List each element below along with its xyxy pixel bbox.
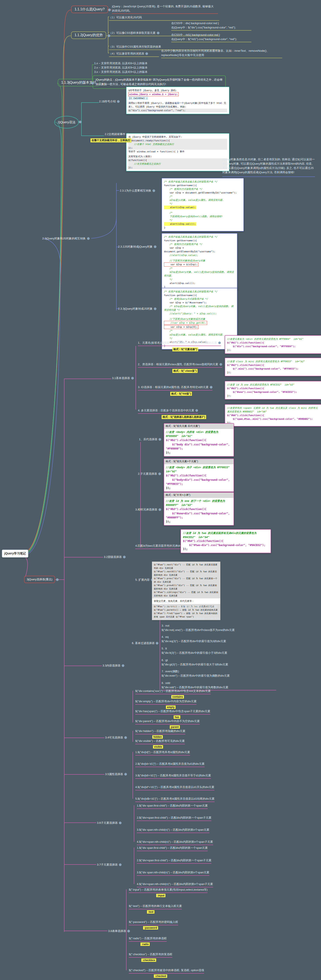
branch-child-selector[interactable]: 2.子元素选择器− xyxy=(138,472,161,476)
filter-item-eq[interactable]: 4. :eq$("div:eq(3)") – 匹配所有div中的索引值为3的di… xyxy=(162,635,226,643)
collapse-icon[interactable]: − xyxy=(122,664,124,667)
attr-selector-item[interactable]: 2.$("div[id='d1']") – 匹配具有id属性并且值为d1的div… xyxy=(135,762,205,767)
branch-descendant-selector[interactable]: 1、后代选择器− xyxy=(139,438,161,441)
topic-what-is-jquery[interactable]: 1.1.1什么是jQuery? xyxy=(71,6,108,13)
branch-extension-content[interactable]: 5. 扩展内容− xyxy=(135,578,153,582)
branch-form-selectors[interactable]: 3.8表单选择器− xyxy=(108,929,130,933)
form-selector-password[interactable]: $(":password") – 匹配所有的密码输入框 xyxy=(129,920,178,925)
selector-item-class[interactable]: 2、类选择器：根据元素的class属性, 匹配所有class值相同的元素− xyxy=(138,363,222,368)
child-selector-item[interactable]: 1.$("div span:first-child") – 匹配div内部的第一… xyxy=(137,846,208,851)
filter-item-lt[interactable]: 5. :lt$("div:lt(3)") – 匹配所有div中的索引值小于3的d… xyxy=(162,646,227,655)
collapse-icon[interactable]: − xyxy=(219,363,222,366)
filter-item-last[interactable]: 2. :last$("div:last") – 匹配所有div中的最后一个div… xyxy=(162,612,219,620)
selector-item-element[interactable]: 1、元素名(标签名)选择器：根据元素的名称匹配所有合适的元素− xyxy=(138,341,221,346)
collapse-icon[interactable]: − xyxy=(108,9,111,11)
collapse-icon[interactable]: − xyxy=(159,508,161,511)
selector-item-multi[interactable]: 4. 多元素选择器：匹配多个选择器选中的元素− xyxy=(138,409,198,414)
collapse-icon[interactable]: − xyxy=(195,409,198,412)
child-selector-item[interactable]: 1.$("div span:first-child") – 匹配div内部的第一… xyxy=(137,804,208,809)
branch-label: 1、后代选择器 xyxy=(139,438,157,441)
note-line: replaceNode()等在火狐中无法使用 xyxy=(161,53,286,57)
collapse-icon[interactable]: − xyxy=(56,578,59,581)
child-selector-item[interactable]: 2.$("div>span:first-child") – 匹配div内部的第一… xyxy=(137,816,211,821)
advantage-item-4[interactable]: （4）可以兼容常用的浏览器− xyxy=(109,52,159,57)
collapse-icon[interactable]: − xyxy=(123,556,126,558)
root-node[interactable]: jQuery学习笔记 xyxy=(2,549,29,558)
code-line: var oInp = document.getElementById("user… xyxy=(164,246,235,253)
form-selector-checked[interactable]: $(":checked") – 匹配所有被选中的单选框, 复选框, option… xyxy=(129,968,204,974)
collapse-icon[interactable]: − xyxy=(127,930,130,932)
selector-item-id[interactable]: 3. ID选择器：根据元素的id属性值, 匹配具有特定id的元素− xyxy=(138,385,213,390)
child-selector-item[interactable]: 3.$("div span:nth-child(n)") – 匹配div内部的第… xyxy=(137,828,210,833)
table-row: $("#two").prevAll("div") -- 匹配 id 为 two … xyxy=(154,584,218,591)
branch-jquery-to-js[interactable]: 2.3.3jQuery对象转成JS对象− xyxy=(118,307,156,311)
collapse-icon[interactable]: − xyxy=(131,377,134,379)
collapse-icon[interactable]: − xyxy=(119,822,121,824)
filter-item-odd[interactable]: 8. :odd$("div:odd") – 匹配所有div中的索引值为奇数的di… xyxy=(162,681,228,689)
filter-item-not[interactable]: 3. :not$("div:not(.one)") – 匹配所有div中clas… xyxy=(162,624,235,632)
form-selector-text[interactable]: $(":text") – 匹配所有的单行文本输入框元素 xyxy=(129,904,182,909)
code-line: $("#one+div").css("background-color", "#… xyxy=(166,512,232,520)
code-line: //alert("jQuery: " + $Inp.val()); xyxy=(164,312,235,315)
collapse-icon[interactable]: − xyxy=(87,237,90,240)
form-selector-input[interactable]: $(":input") – 匹配所有的表单项元素(包括input,select,… xyxy=(129,888,207,893)
branch-hierarchy-selectors[interactable]: 3.2层级选择器− xyxy=(104,555,126,559)
branch-visibility-selectors[interactable]: 3.4可见选择器− xyxy=(105,736,127,740)
filter-item-first[interactable]: 1.:first$("div:first") – 匹配所有div中的第一个div… xyxy=(162,600,217,609)
collapse-icon[interactable]: − xyxy=(210,386,213,388)
branch-js-to-jquery[interactable]: 2.3.2JS对象转成jQuery对象− xyxy=(118,245,156,249)
collapse-icon[interactable]: − xyxy=(117,100,119,103)
collapse-icon[interactable]: − xyxy=(158,473,161,475)
branch-document-ready[interactable]: 2.2文档就绪事件− xyxy=(105,132,129,136)
branch-attribute-selectors[interactable]: 3.5属性选择器− xyxy=(105,772,127,776)
child-selector-item[interactable]: 4.$("div>span:nth-child(n)") – 匹配div内部的第… xyxy=(137,840,213,845)
branch-content-selectors[interactable]: 3.3内容选择器− xyxy=(103,664,124,668)
form-selector-checkbox[interactable]: $(":checkbox") – 匹配所有的复选框 xyxy=(129,953,172,958)
selector-item-contains[interactable]: $("div:contains('xxx')") – 匹配所有div中包含xxx… xyxy=(135,689,211,694)
attr-selector-item[interactable]: 4.$("div[id^='d1']") – 匹配具有id属性并且值是以d1开头… xyxy=(135,785,215,791)
branch-child-element-selectors-1[interactable]: 3.6子元素选择器− xyxy=(97,821,121,825)
collapse-icon[interactable]: − xyxy=(157,32,159,34)
branch-dollar-symbol[interactable]: 2.1$符号介绍− xyxy=(99,100,119,103)
topic-jquery-advantages[interactable]: 1.1.2jQuery的优势 xyxy=(71,32,106,39)
code-screenshot-why-convert: /* 在用户名输入框失去输入焦点时获取用户名 */ function getUs… xyxy=(162,178,244,231)
branch-adjacent-sibling-selector[interactable]: 3.相邻兄弟选择器− xyxy=(135,508,161,512)
collapse-icon[interactable]: − xyxy=(79,121,81,123)
collapse-icon[interactable]: − xyxy=(124,773,127,775)
collapse-icon[interactable]: − xyxy=(91,82,94,84)
collapse-icon[interactable]: − xyxy=(154,245,156,248)
child-selector-item[interactable]: 4.$("div>span:nth-child(n)") – 匹配div内部的第… xyxy=(137,882,213,887)
collapse-icon[interactable]: − xyxy=(145,52,148,55)
topic-jquery-selectors[interactable]: 3jQuery选择器(重点) xyxy=(24,576,55,583)
child-selector-item[interactable]: 3.$("div span:nth-child(n)") – 匹配div内部的第… xyxy=(137,870,210,876)
collapse-icon[interactable]: − xyxy=(108,35,110,37)
filter-item-even[interactable]: 7. :even(偶数)$("div:even") – 匹配所有div中的索引值… xyxy=(162,669,230,678)
branch-basic-filter-selectors[interactable]: 6. 基本过滤选择器− xyxy=(132,641,158,645)
attr-selector-item[interactable]: 3.$("div[id!='d1']") – 匹配具有id属性并且值不等于d1的… xyxy=(135,773,211,779)
branch-child-element-selectors-2[interactable]: 3.7子元素选择器− xyxy=(97,863,121,867)
selector-item-hidden[interactable]: $("div:hidden") – 匹配所有隐藏的div元素 xyxy=(135,729,185,734)
attr-selector-item[interactable]: 1.$("div[id]") – 匹配所有具有id属性的div元素 xyxy=(135,750,190,756)
collapse-icon[interactable]: − xyxy=(218,342,221,344)
collapse-icon[interactable]: − xyxy=(119,864,121,866)
branch-why-convert[interactable]: 2.3.1为什么需要相互转换− xyxy=(120,189,155,192)
selector-item-parent[interactable]: $("div:parent") – 匹配所有div中内容不为空的div元素 xyxy=(135,719,200,724)
collapse-icon[interactable]: − xyxy=(154,307,156,310)
note-line: 的简化JS代码。 xyxy=(112,9,317,13)
branch-object-conversion[interactable]: 2.3jQuery对象和JS对象的相互转换− xyxy=(42,237,90,240)
selector-item-has[interactable]: $("div:has(span)") – 匹配所有div中包含span子元素的d… xyxy=(135,710,210,714)
attr-selector-item[interactable]: 5.$("div[id$='d1']") – 匹配具有id属性并且值是以d1结尾… xyxy=(135,797,215,802)
collapse-icon[interactable]: − xyxy=(159,438,161,441)
branch-basic-selectors[interactable]: 3.1基本选择器− xyxy=(112,376,134,380)
form-selector-radio[interactable]: $(":radio") – 匹配所有的单选框 xyxy=(129,937,167,942)
advantage-item-1[interactable]: （1）可以极大简化JS代码 xyxy=(109,16,219,21)
code-line: alert($Inp.val()); xyxy=(164,282,235,285)
topic-jquery-syntax[interactable]: 2jQuery语法 xyxy=(54,116,79,129)
collapse-icon[interactable]: − xyxy=(124,736,127,739)
child-selector-item[interactable]: 2.$("div>span:first-child") – 匹配div内部的第一… xyxy=(137,859,211,864)
selector-item-empty[interactable]: $("div:empty") – 匹配所有div中内容为空的div元素 xyxy=(135,700,197,705)
filter-item-gt[interactable]: 6. :gt$("div:gt(3)") – 匹配所有div中的索引值大于3的d… xyxy=(162,658,228,667)
collapse-icon[interactable]: − xyxy=(153,189,155,192)
collapse-icon[interactable]: − xyxy=(156,642,158,644)
selector-item-visible[interactable]: $("div:visible") – 匹配所有可见的div元素 xyxy=(135,739,185,744)
